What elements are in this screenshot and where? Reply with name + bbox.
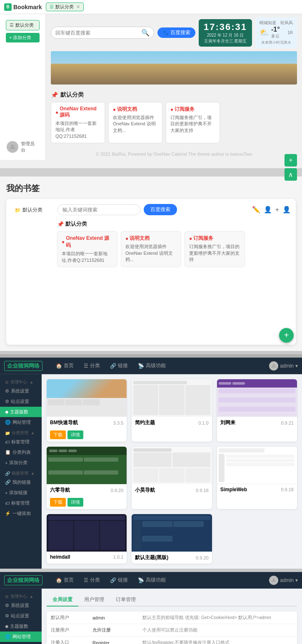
settings-row-2: 注册入口 Register 默认/byRegister,不要随意修改注册入口格式 — [47, 637, 297, 644]
folder-icon: 📁 — [5, 431, 10, 435]
s2-fab-add[interactable]: + — [279, 328, 294, 343]
sidebar-themes-4[interactable]: ◆ 主题版数 — [0, 621, 42, 632]
theme-preview-liu60 — [47, 447, 127, 484]
sidebar-site-4[interactable]: ⚙ 站点设置 — [0, 611, 42, 621]
s1-card-0[interactable]: ● OneNav Extend 源码 本项目的唯一一套新地址,作者QQ:2711… — [51, 102, 105, 143]
s2-card-2-desc: 订阅服务推广引，项目的更新维护离不开大家的支持 — [189, 244, 240, 263]
s2-add-icon[interactable]: + — [275, 206, 279, 214]
admin-user-4[interactable]: admin ▾ — [269, 576, 298, 585]
admin-nav-link-4[interactable]: 🔗 链接 — [105, 572, 133, 589]
tab-global[interactable]: 全局设置 — [47, 594, 78, 607]
admin-nav-advanced-4[interactable]: 📡 高级功能 — [133, 572, 171, 589]
admin-user-3[interactable]: admin ▾ — [269, 361, 298, 370]
tag-icon2: 🏷 — [5, 501, 10, 506]
s1-section-icon: 📌 — [51, 92, 58, 98]
sidebar-site-settings[interactable]: ⚙ 站点设置 — [0, 396, 42, 407]
admin-nav-category-4[interactable]: ☰ 分类 — [79, 572, 105, 589]
s2-page-title: 我的书签 — [6, 183, 296, 194]
expand-icon: ▲ — [30, 380, 33, 384]
plus-icon-lnk: + — [5, 490, 7, 495]
s1-main-content: 🔍 🐾 百度搜索 17:36:31 2022 年 12 月 16 日 壬寅年冬月… — [46, 14, 302, 160]
admin-user-chevron-3: ▾ — [295, 363, 298, 369]
sidebar-website-4[interactable]: 🌐 网站管理 — [0, 632, 42, 642]
admin-nav-home-4[interactable]: 🏠 首页 — [51, 572, 79, 589]
sidebar-tag-mgmt2[interactable]: 🏷 标签管理 — [0, 498, 42, 508]
btn-download-bm[interactable]: 下载 — [50, 430, 66, 439]
sidebar-my-links[interactable]: 🔗 我的链接 — [0, 477, 42, 487]
admin-sidebar-3: ⚙ 管理中心 ▲ ⚙ 系统设置 ⚙ 站点设置 ◆ 主题版数 🌐 网站管理 📁 分… — [0, 374, 42, 569]
link-icon-sb: 🔗 — [5, 471, 10, 476]
admin-avatar-4 — [269, 576, 278, 585]
btn-download-liu60[interactable]: 下载 — [50, 498, 66, 507]
tab-users[interactable]: 用户管理 — [78, 594, 110, 607]
s2-sidebar-default[interactable]: 📁 默认分类 — [11, 204, 53, 216]
s2-profile-icon[interactable]: 👤 — [282, 206, 291, 214]
s2-section-icon: 📌 — [57, 221, 64, 227]
s1-default-category-chip[interactable]: ☰ 默认分类 ✕ — [46, 2, 84, 11]
s1-fab-up[interactable]: ∧ — [285, 168, 297, 181]
s1-avatar — [7, 141, 18, 153]
theme-info-liu60: 六零导航 0.9.20 — [47, 484, 127, 496]
admin-user-label-3: admin — [280, 363, 294, 369]
s2-user-icon[interactable]: 👤 — [264, 206, 272, 214]
admin-nav-category-3[interactable]: ☰ 分类 — [79, 358, 105, 374]
s1-weather-wind: 1R — [287, 30, 293, 35]
s1-sidebar-label: 默认分类 — [15, 22, 34, 28]
sidebar-themes[interactable]: ◆ 主题版数 — [0, 407, 42, 417]
s2-card-2[interactable]: ● 订阅服务 订阅服务推广引，项目的更新维护离不开大家的支持 — [185, 231, 245, 267]
s1-add-btn[interactable]: + 添加分类 — [6, 33, 40, 42]
s2-container: 📁 默认分类 百度搜索 ✏️ 👤 + 👤 📌 默认分类 — [6, 199, 296, 345]
s1-card-2[interactable]: ● 订阅服务 订阅服务推广引，项目的更新维护离不开大家的支持 — [166, 102, 220, 143]
s1-logo-text: Bookmark — [13, 4, 42, 10]
theme-card-bm: BM快速导航 3.3.5 下载 详情 — [47, 379, 127, 442]
sidebar-category-list[interactable]: 📋 分类列表 — [0, 447, 42, 458]
link-icon-my: 🔗 — [5, 480, 11, 485]
s1-search-input[interactable] — [55, 30, 141, 36]
s1-sidebar-default[interactable]: ☰ 默认分类 — [6, 20, 40, 30]
admin-sidebar-group-manage: ⚙ 管理中心 ▲ — [0, 377, 42, 386]
s1-add-category-btn[interactable]: + 添加分类 — [6, 33, 40, 42]
admin-nav-home-3[interactable]: 🏠 首页 — [51, 358, 79, 374]
gear-icon-site-4: ⚙ — [5, 613, 9, 619]
s2-search-input[interactable] — [57, 204, 140, 215]
list-icon: 📋 — [5, 450, 11, 455]
sidebar-add-link[interactable]: + 添加链接 — [0, 487, 42, 498]
s2-search-btn[interactable]: 百度搜索 — [144, 204, 177, 215]
tab-orders[interactable]: 订单管理 — [110, 594, 142, 607]
s2-edit-icon[interactable]: ✏️ — [252, 206, 260, 214]
s2-card-1[interactable]: ● 说明文档 欢迎使用浏览器插件OneNav Extend 说明文档... — [121, 231, 181, 267]
s1-card-1-title: ● 说明文档 — [113, 106, 158, 113]
globe-icon: 🌐 — [5, 420, 11, 425]
admin-user-chevron-4: ▾ — [295, 577, 298, 583]
s1-baidu-search-btn[interactable]: 🐾 百度搜索 — [157, 27, 195, 38]
theme-card-xiao: 小昊导航 0.9.18 — [132, 447, 212, 509]
s1-card-2-desc: 订阅服务推广引，项目的更新维护离不开大家的支持 — [170, 114, 215, 134]
settings-value-2: Register — [88, 637, 138, 644]
admin-nav-3: 🏠 首页 ☰ 分类 🔗 链接 📡 高级功能 — [51, 358, 171, 374]
s2-card-0[interactable]: ● OneNav Extend 源码 本项目的唯一一套新地址,作者Q:27115… — [57, 231, 117, 267]
sidebar-add-category[interactable]: + 添加分类 — [0, 458, 42, 468]
admin-nav-link-3[interactable]: 🔗 链接 — [105, 358, 133, 374]
s1-header: B Bookmark ☰ 默认分类 ✕ — [0, 0, 302, 14]
theme-info-heim: heimdall 1.0.1 — [47, 552, 127, 562]
bookmark-app-section: B Bookmark ☰ 默认分类 ✕ ☰ 默认分类 + 添加分类 — [0, 0, 302, 168]
sidebar-system-4[interactable]: ⚙ 系统设置 — [0, 600, 42, 611]
admin-body-3: ⚙ 管理中心 ▲ ⚙ 系统设置 ⚙ 站点设置 ◆ 主题版数 🌐 网站管理 📁 分… — [0, 374, 302, 569]
sidebar-one-click-add[interactable]: ⚡ 一键添加 — [0, 508, 42, 519]
admin-avatar-3 — [269, 361, 278, 370]
sidebar-system-settings[interactable]: ⚙ 系统设置 — [0, 386, 42, 396]
s1-section-title: 📌 默认分类 — [51, 91, 297, 99]
btn-detail-liu60[interactable]: 详情 — [67, 498, 83, 507]
s1-sidebar-top: ☰ 默认分类 + 添加分类 — [3, 17, 42, 45]
sidebar-tag-mgmt[interactable]: 🏷 标签管理 — [0, 437, 42, 447]
btn-detail-bm[interactable]: 详情 — [67, 430, 83, 439]
s1-user-area[interactable]: 管理员台 — [3, 137, 42, 157]
s1-chip-close[interactable]: ✕ — [76, 4, 80, 10]
diamond-icon: ◆ — [5, 409, 8, 415]
sidebar-website[interactable]: 🌐 网站管理 — [0, 417, 42, 428]
s1-fab-add[interactable]: + — [285, 154, 297, 167]
theme-preview-bm — [47, 379, 127, 417]
s1-card-1[interactable]: ● 说明文档 欢迎使用浏览器插件OneNav Extend 说明文档... — [108, 102, 162, 143]
admin-nav-advanced-3[interactable]: 📡 高级功能 — [133, 358, 171, 374]
theme-info-simple: 简约主题 0.1.0 — [132, 417, 212, 429]
